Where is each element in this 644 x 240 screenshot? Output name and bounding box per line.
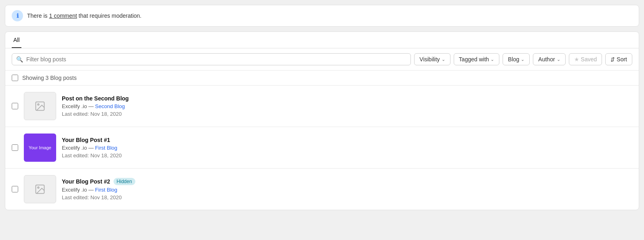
saved-label: Saved <box>581 56 597 63</box>
info-icon: ℹ <box>12 10 23 21</box>
notification-text: There is 1 comment that requires moderat… <box>27 13 141 19</box>
search-icon: 🔍 <box>16 56 23 63</box>
post-date: Last edited: Nov 18, 2020 <box>62 152 122 159</box>
search-input[interactable] <box>26 56 406 63</box>
chevron-down-icon: ⌄ <box>490 57 494 62</box>
author-filter-button[interactable]: Author ⌄ <box>533 53 565 65</box>
post-title-row: Your Blog Post #1 <box>62 137 122 143</box>
post-meta: Excelify .io — First Blog <box>62 187 135 193</box>
tab-all[interactable]: All <box>12 32 21 48</box>
post-info: Your Blog Post #2 Hidden Excelify .io — … <box>62 178 135 200</box>
post-title: Post on the Second Blog <box>62 95 129 102</box>
post-checkbox[interactable] <box>12 186 18 192</box>
select-all-checkbox[interactable] <box>12 75 18 81</box>
svg-point-1 <box>38 104 39 105</box>
tagged-with-label: Tagged with <box>459 56 489 63</box>
post-meta: Excelify .io — First Blog <box>62 145 122 151</box>
showing-count: Showing 3 Blog posts <box>22 75 77 81</box>
list-item: Your Image Your Blog Post #1 Excelify .i… <box>5 127 639 169</box>
chevron-down-icon: ⌄ <box>521 57 524 62</box>
post-date: Last edited: Nov 18, 2020 <box>62 194 135 200</box>
author-label: Author <box>538 56 555 63</box>
comment-link[interactable]: 1 comment <box>49 13 77 19</box>
sort-label: Sort <box>617 56 627 63</box>
tagged-with-filter-button[interactable]: Tagged with ⌄ <box>454 53 500 65</box>
post-title-row: Your Blog Post #2 Hidden <box>62 178 135 185</box>
post-title: Your Blog Post #2 <box>62 178 110 185</box>
svg-point-3 <box>38 187 39 188</box>
tabs-row: All <box>5 32 639 48</box>
post-thumbnail <box>24 175 56 203</box>
sort-icon: ⇵ <box>610 56 615 63</box>
blog-label: Blog <box>508 56 519 63</box>
post-meta-prefix: Excelify .io — <box>62 145 95 151</box>
filter-row: 🔍 Visibility ⌄ Tagged with ⌄ Blog ⌄ Auth… <box>5 48 639 71</box>
search-box: 🔍 <box>12 53 411 65</box>
post-thumbnail <box>24 92 56 120</box>
visibility-label: Visibility <box>419 56 440 63</box>
post-list: Post on the Second Blog Excelify .io — S… <box>5 86 639 210</box>
sort-button[interactable]: ⇵ Sort <box>605 53 632 65</box>
star-icon: ★ <box>574 56 579 63</box>
saved-button[interactable]: ★ Saved <box>569 53 602 65</box>
blog-link[interactable]: First Blog <box>95 187 117 193</box>
post-thumbnail: Your Image <box>24 134 56 162</box>
blog-link[interactable]: Second Blog <box>95 103 125 109</box>
main-panel: All 🔍 Visibility ⌄ Tagged with ⌄ Blog ⌄ … <box>5 31 639 210</box>
post-info: Post on the Second Blog Excelify .io — S… <box>62 95 129 117</box>
visibility-filter-button[interactable]: Visibility ⌄ <box>414 53 450 65</box>
thumbnail-text: Your Image <box>29 145 51 150</box>
chevron-down-icon: ⌄ <box>557 57 560 62</box>
list-item: Post on the Second Blog Excelify .io — S… <box>5 86 639 127</box>
post-date: Last edited: Nov 18, 2020 <box>62 111 129 117</box>
list-item: Your Blog Post #2 Hidden Excelify .io — … <box>5 169 639 210</box>
showing-row: Showing 3 Blog posts <box>5 71 639 86</box>
post-meta-prefix: Excelify .io — <box>62 103 95 109</box>
chevron-down-icon: ⌄ <box>442 57 445 62</box>
post-meta: Excelify .io — Second Blog <box>62 103 129 109</box>
post-info: Your Blog Post #1 Excelify .io — First B… <box>62 137 122 159</box>
post-checkbox[interactable] <box>12 103 18 109</box>
post-title: Your Blog Post #1 <box>62 137 110 143</box>
post-title-row: Post on the Second Blog <box>62 95 129 102</box>
post-checkbox[interactable] <box>12 144 18 151</box>
hidden-badge: Hidden <box>114 178 135 185</box>
notification-bar: ℹ There is 1 comment that requires moder… <box>5 5 639 27</box>
blog-link[interactable]: First Blog <box>95 145 117 151</box>
blog-filter-button[interactable]: Blog ⌄ <box>503 53 530 65</box>
post-meta-prefix: Excelify .io — <box>62 187 95 193</box>
